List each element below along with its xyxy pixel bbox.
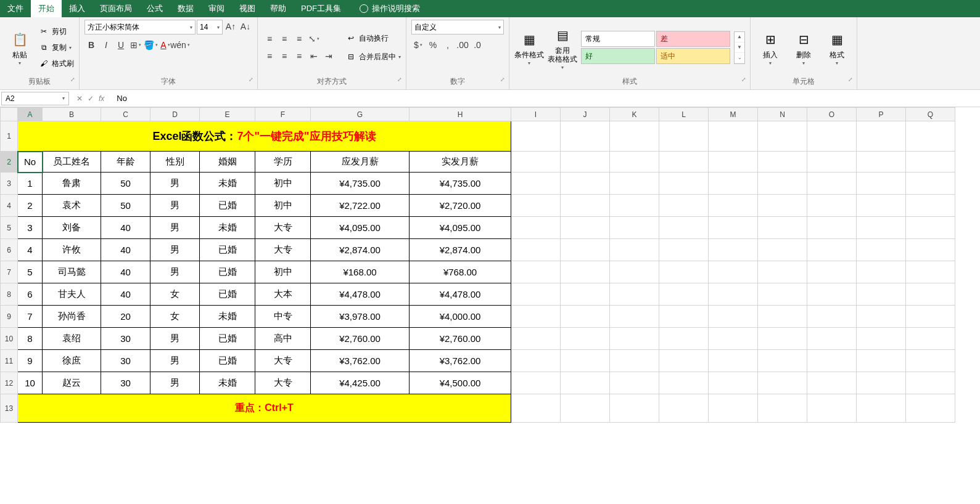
table-cell-r5-c5[interactable]: 初中 bbox=[255, 261, 311, 283]
format-painter-button[interactable]: 🖌格式刷 bbox=[38, 56, 74, 71]
table-cell-r1-c6[interactable]: ¥4,735.00 bbox=[311, 173, 410, 195]
cell-O4[interactable] bbox=[807, 195, 857, 217]
cell-O1[interactable] bbox=[807, 121, 857, 152]
menu-tab-view[interactable]: 视图 bbox=[232, 0, 263, 17]
menu-tab-review[interactable]: 审阅 bbox=[201, 0, 232, 17]
col-header-H[interactable]: H bbox=[410, 108, 511, 121]
col-header-G[interactable]: G bbox=[311, 108, 410, 121]
col-header-N[interactable]: N bbox=[758, 108, 807, 121]
cell-M7[interactable] bbox=[709, 261, 758, 283]
table-cell-r6-c7[interactable]: ¥4,478.00 bbox=[410, 283, 511, 306]
row-header-8[interactable]: 8 bbox=[1, 283, 18, 306]
table-cell-r10-c7[interactable]: ¥4,500.00 bbox=[410, 372, 511, 394]
cell-M11[interactable] bbox=[709, 350, 758, 372]
orientation-icon[interactable]: ⤡ bbox=[307, 32, 321, 46]
cell-I2[interactable] bbox=[511, 152, 561, 173]
cancel-formula-icon[interactable]: ✕ bbox=[76, 94, 83, 103]
cell-N9[interactable] bbox=[758, 306, 807, 328]
col-header-B[interactable]: B bbox=[43, 108, 101, 121]
number-format-select[interactable]: 自定义▾ bbox=[411, 20, 504, 35]
phonetic-guide-button[interactable]: wén bbox=[173, 38, 187, 52]
table-cell-r9-c0[interactable]: 9 bbox=[18, 350, 43, 372]
cell-O8[interactable] bbox=[807, 283, 857, 306]
cell-L3[interactable] bbox=[659, 173, 709, 195]
cell-Q6[interactable] bbox=[906, 239, 955, 261]
row-header-5[interactable]: 5 bbox=[1, 217, 18, 239]
col-header-E[interactable]: E bbox=[200, 108, 255, 121]
table-cell-r6-c3[interactable]: 女 bbox=[150, 283, 200, 306]
cell-L13[interactable] bbox=[659, 394, 709, 423]
table-cell-r10-c6[interactable]: ¥4,425.00 bbox=[311, 372, 410, 394]
menu-tab-formulas[interactable]: 公式 bbox=[139, 0, 170, 17]
increase-decimal-icon[interactable]: .00 bbox=[456, 38, 469, 52]
cell-Q11[interactable] bbox=[906, 350, 955, 372]
copy-button[interactable]: ⧉复制▾ bbox=[38, 40, 74, 55]
table-cell-r3-c3[interactable]: 男 bbox=[150, 217, 200, 239]
table-cell-r8-c6[interactable]: ¥2,760.00 bbox=[311, 328, 410, 350]
table-cell-r8-c7[interactable]: ¥2,760.00 bbox=[410, 328, 511, 350]
table-cell-r9-c2[interactable]: 30 bbox=[101, 350, 150, 372]
cell-P12[interactable] bbox=[857, 372, 906, 394]
table-cell-r2-c0[interactable]: 2 bbox=[18, 195, 43, 217]
cell-J7[interactable] bbox=[561, 261, 610, 283]
increase-font-icon[interactable]: A↑ bbox=[224, 20, 237, 33]
cell-P8[interactable] bbox=[857, 283, 906, 306]
table-cell-r2-c2[interactable]: 50 bbox=[101, 195, 150, 217]
cell-N3[interactable] bbox=[758, 173, 807, 195]
table-cell-r4-c7[interactable]: ¥2,874.00 bbox=[410, 239, 511, 261]
cell-J4[interactable] bbox=[561, 195, 610, 217]
cell-K8[interactable] bbox=[610, 283, 659, 306]
table-cell-r5-c6[interactable]: ¥168.00 bbox=[311, 261, 410, 283]
cell-Q8[interactable] bbox=[906, 283, 955, 306]
select-all-corner[interactable] bbox=[1, 108, 18, 121]
cell-O3[interactable] bbox=[807, 173, 857, 195]
table-cell-r6-c1[interactable]: 甘夫人 bbox=[43, 283, 101, 306]
table-format-button[interactable]: ▤ 套用 表格格式▾ bbox=[548, 23, 577, 72]
table-cell-r7-c7[interactable]: ¥4,000.00 bbox=[410, 306, 511, 328]
cell-P7[interactable] bbox=[857, 261, 906, 283]
menu-tab-layout[interactable]: 页面布局 bbox=[93, 0, 139, 17]
style-gallery-more[interactable]: ⌄ bbox=[735, 53, 744, 63]
row-header-7[interactable]: 7 bbox=[1, 261, 18, 283]
delete-cells-button[interactable]: ⊟删除▾ bbox=[789, 23, 818, 72]
menu-tab-help[interactable]: 帮助 bbox=[263, 0, 294, 17]
table-cell-r8-c0[interactable]: 8 bbox=[18, 328, 43, 350]
table-cell-r10-c5[interactable]: 大专 bbox=[255, 372, 311, 394]
cell-P10[interactable] bbox=[857, 328, 906, 350]
cell-M9[interactable] bbox=[709, 306, 758, 328]
insert-cells-button[interactable]: ⊞插入▾ bbox=[756, 23, 785, 72]
cell-P6[interactable] bbox=[857, 239, 906, 261]
cell-L6[interactable] bbox=[659, 239, 709, 261]
table-cell-r10-c0[interactable]: 10 bbox=[18, 372, 43, 394]
cell-M12[interactable] bbox=[709, 372, 758, 394]
wrap-text-button[interactable]: ↩自动换行 bbox=[345, 31, 401, 46]
table-header-4[interactable]: 婚姻 bbox=[200, 152, 255, 173]
formula-input[interactable]: No bbox=[110, 94, 980, 103]
col-header-F[interactable]: F bbox=[255, 108, 311, 121]
cell-L10[interactable] bbox=[659, 328, 709, 350]
cell-P5[interactable] bbox=[857, 217, 906, 239]
worksheet-grid[interactable]: ABCDEFGHIJKLMNOPQ1Excel函数公式：7个"一键完成"应用技巧… bbox=[0, 107, 980, 504]
table-cell-r9-c1[interactable]: 徐庶 bbox=[43, 350, 101, 372]
cell-J3[interactable] bbox=[561, 173, 610, 195]
cell-K1[interactable] bbox=[610, 121, 659, 152]
cell-N4[interactable] bbox=[758, 195, 807, 217]
cell-I12[interactable] bbox=[511, 372, 561, 394]
table-cell-r1-c3[interactable]: 男 bbox=[150, 173, 200, 195]
cell-K11[interactable] bbox=[610, 350, 659, 372]
table-cell-r5-c4[interactable]: 已婚 bbox=[200, 261, 255, 283]
table-cell-r2-c3[interactable]: 男 bbox=[150, 195, 200, 217]
style-scroll-up[interactable]: ▲ bbox=[735, 32, 744, 43]
cell-K4[interactable] bbox=[610, 195, 659, 217]
table-cell-r7-c2[interactable]: 20 bbox=[101, 306, 150, 328]
cell-I11[interactable] bbox=[511, 350, 561, 372]
cell-J13[interactable] bbox=[561, 394, 610, 423]
borders-button[interactable]: ⊞ bbox=[129, 38, 142, 52]
cell-Q3[interactable] bbox=[906, 173, 955, 195]
table-cell-r6-c5[interactable]: 大本 bbox=[255, 283, 311, 306]
cell-N6[interactable] bbox=[758, 239, 807, 261]
table-cell-r1-c0[interactable]: 1 bbox=[18, 173, 43, 195]
table-cell-r7-c3[interactable]: 女 bbox=[150, 306, 200, 328]
cell-Q2[interactable] bbox=[906, 152, 955, 173]
row-header-11[interactable]: 11 bbox=[1, 350, 18, 372]
